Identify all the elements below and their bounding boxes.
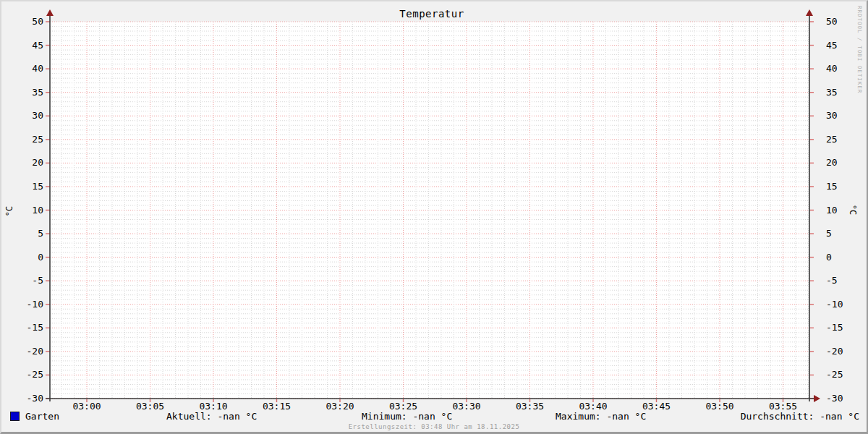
x-axis-tick-label: 03:40 <box>568 401 618 412</box>
y-axis-tick-label-left: -15 <box>1 323 43 333</box>
y-axis-tick-label-right: -25 <box>826 370 868 380</box>
y-axis-tick-label-left: 5 <box>1 229 43 239</box>
y-axis-tick-label-right: -30 <box>826 393 868 404</box>
stat-minimum: Minimum: -nan °C <box>362 411 452 422</box>
x-axis-tick-label: 03:25 <box>378 401 429 412</box>
y-axis-tick-label-left: -30 <box>1 393 43 404</box>
rrdtool-graph: Temperatur °C °C -30-30-25-25-20-20-15-1… <box>0 0 868 434</box>
y-axis-tick-label-right: 15 <box>826 182 868 192</box>
y-axis-tick-label-right: 20 <box>826 158 868 168</box>
y-axis-tick-label-left: 50 <box>1 17 43 27</box>
chart-title: Temperatur <box>1 8 862 20</box>
x-axis-tick-label: 03:45 <box>631 401 682 412</box>
y-axis-tick-label-right: -5 <box>826 276 868 286</box>
x-axis-tick-label: 03:10 <box>188 401 239 412</box>
x-axis-tick-label: 03:05 <box>125 401 176 412</box>
x-axis-tick-label: 03:00 <box>61 401 112 412</box>
y-axis-tick-label-left: 25 <box>1 135 43 145</box>
legend-swatch-blue-square-icon <box>10 412 20 421</box>
y-axis-tick-label-left: 0 <box>1 252 43 263</box>
stat-aktuell: Aktuell: -nan °C <box>166 411 257 422</box>
y-axis-tick-label-right: 25 <box>826 135 868 145</box>
y-axis-tick-label-left: -5 <box>1 276 43 286</box>
x-axis-tick-label: 03:55 <box>758 401 809 412</box>
y-axis-tick-label-left: 15 <box>1 182 43 192</box>
y-axis-tick-label-right: 10 <box>826 205 868 216</box>
y-axis-tick-label-left: -10 <box>1 299 43 310</box>
y-axis-tick-label-left: 10 <box>1 205 43 216</box>
stat-durchschnitt: Durchschnitt: -nan °C <box>741 411 859 422</box>
x-axis-tick-label: 03:15 <box>252 401 302 412</box>
rrdtool-watermark: RRDTOOL / TOBI OETIKER <box>856 6 863 93</box>
x-axis-tick-label: 03:30 <box>441 401 492 412</box>
y-axis-tick-label-left: 20 <box>1 158 43 168</box>
chart-grid <box>1 1 868 434</box>
y-axis-tick-label-right: -15 <box>826 323 868 333</box>
y-axis-tick-label-left: -25 <box>1 370 43 380</box>
y-axis-tick-label-left: 30 <box>1 111 43 121</box>
creation-timestamp: Erstellungszeit: 03:48 Uhr am 18.11.2025 <box>1 423 867 430</box>
stat-maximum: Maximum: -nan °C <box>556 411 646 422</box>
y-axis-tick-label-right: 0 <box>826 252 868 263</box>
x-axis-tick-label: 03:50 <box>694 401 745 412</box>
x-axis-tick-label: 03:35 <box>505 401 556 412</box>
y-axis-tick-label-right: -10 <box>826 299 868 310</box>
y-axis-tick-label-left: 45 <box>1 41 43 51</box>
y-axis-tick-label-right: 5 <box>826 229 868 239</box>
y-axis-tick-label-left: 40 <box>1 64 43 74</box>
y-axis-tick-label-right: -20 <box>826 346 868 357</box>
y-axis-tick-label-left: -20 <box>1 346 43 357</box>
x-axis-tick-label: 03:20 <box>315 401 365 412</box>
y-axis-tick-label-right: 30 <box>826 111 868 121</box>
legend-series-label: Garten <box>25 411 59 422</box>
legend-row: Garten Aktuell: -nan °C Minimum: -nan °C… <box>1 411 868 422</box>
y-axis-tick-label-left: 35 <box>1 88 43 98</box>
